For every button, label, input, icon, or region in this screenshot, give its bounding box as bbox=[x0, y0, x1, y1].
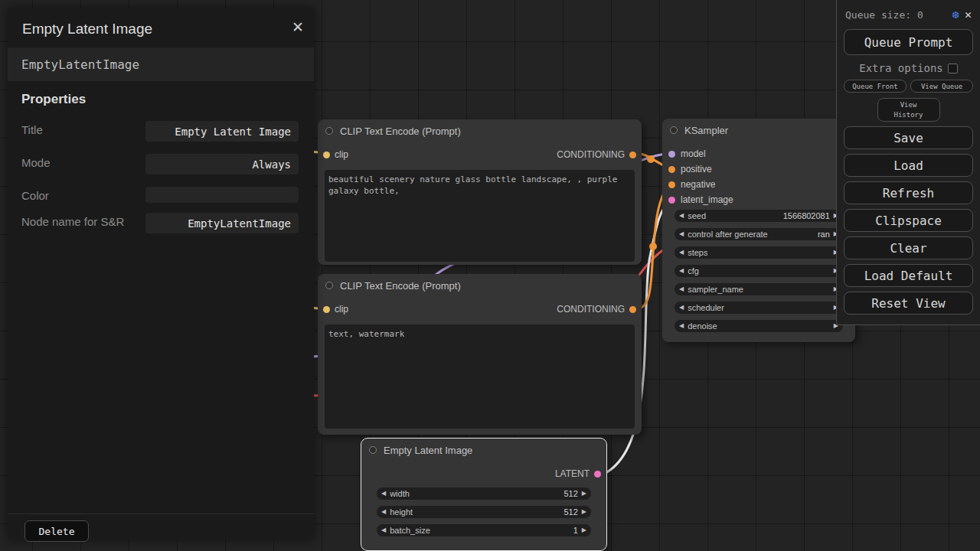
widget-denoise[interactable]: denoise bbox=[675, 320, 843, 332]
widget-label: width bbox=[390, 489, 410, 498]
output-port-conditioning-icon[interactable] bbox=[629, 306, 636, 313]
load-default-button[interactable]: Load Default bbox=[844, 264, 973, 287]
save-button[interactable]: Save bbox=[844, 126, 973, 149]
widget-sampler-name[interactable]: sampler_name bbox=[675, 283, 843, 295]
widget-label: cfg bbox=[688, 266, 699, 276]
decrement-arrow-icon[interactable] bbox=[679, 268, 684, 274]
node-title: Empty Latent Image bbox=[384, 445, 472, 456]
queue-prompt-button[interactable]: Queue Prompt bbox=[844, 29, 973, 55]
widget-batch-size[interactable]: batch_size 1 bbox=[377, 524, 591, 536]
decrement-arrow-icon[interactable] bbox=[679, 231, 684, 237]
collapse-dot-icon[interactable] bbox=[670, 126, 678, 134]
view-history-button[interactable]: View History bbox=[877, 98, 940, 122]
input-slot-clip[interactable]: clip bbox=[323, 304, 348, 315]
input-port-clip-icon[interactable] bbox=[323, 152, 330, 158]
increment-arrow-icon[interactable] bbox=[582, 509, 586, 515]
node-ksampler[interactable]: KSampler model positive negative latent_… bbox=[662, 119, 855, 342]
field-label-title: Title bbox=[21, 122, 140, 138]
decrement-arrow-icon[interactable] bbox=[679, 305, 684, 311]
field-input-color[interactable] bbox=[145, 187, 299, 203]
widget-steps[interactable]: steps bbox=[675, 246, 843, 259]
extra-options-checkbox[interactable] bbox=[948, 64, 958, 73]
decrement-arrow-icon[interactable] bbox=[381, 491, 386, 497]
input-slot-latent-image[interactable]: latent_image bbox=[662, 192, 855, 207]
decrement-arrow-icon[interactable] bbox=[679, 213, 684, 219]
view-queue-button[interactable]: View Queue bbox=[910, 80, 973, 93]
widget-scheduler[interactable]: scheduler bbox=[675, 302, 843, 314]
node-title-bar[interactable]: CLIP Text Encode (Prompt) bbox=[318, 119, 642, 142]
clipspace-button[interactable]: Clipspace bbox=[844, 209, 973, 232]
widget-label: steps bbox=[688, 248, 707, 257]
input-port-negative-icon[interactable] bbox=[668, 181, 675, 188]
widget-value: 1 bbox=[573, 526, 578, 535]
output-slot-conditioning[interactable]: CONDITIONING bbox=[557, 149, 636, 160]
close-icon[interactable]: ✕ bbox=[965, 8, 972, 21]
input-label: positive bbox=[681, 164, 712, 174]
input-port-clip-icon[interactable] bbox=[323, 306, 330, 313]
output-slot-latent[interactable]: LATENT bbox=[555, 468, 601, 479]
node-type-label: EmptyLatentImage bbox=[8, 47, 314, 81]
output-label: CONDITIONING bbox=[557, 149, 625, 160]
queue-front-button[interactable]: Queue Front bbox=[844, 80, 906, 93]
widget-label: control after generate bbox=[688, 230, 768, 239]
node-title-bar[interactable]: CLIP Text Encode (Prompt) bbox=[318, 274, 642, 297]
input-port-positive-icon[interactable] bbox=[668, 166, 675, 173]
collapse-dot-icon[interactable] bbox=[369, 446, 377, 454]
widget-cfg[interactable]: cfg bbox=[675, 265, 843, 277]
prompt-text-area[interactable]: text, watermark bbox=[325, 324, 635, 429]
load-button[interactable]: Load bbox=[844, 154, 973, 177]
node-title-bar[interactable]: KSampler bbox=[662, 119, 855, 142]
increment-arrow-icon[interactable] bbox=[582, 527, 586, 533]
input-slot-positive[interactable]: positive bbox=[662, 161, 855, 177]
input-slot-clip[interactable]: clip bbox=[323, 149, 348, 160]
widget-width[interactable]: width 512 bbox=[377, 487, 591, 500]
field-input-title[interactable]: Empty Latent Image bbox=[145, 121, 299, 142]
increment-arrow-icon[interactable] bbox=[582, 491, 586, 497]
collapse-dot-icon[interactable] bbox=[325, 282, 333, 289]
reset-view-button[interactable]: Reset View bbox=[844, 292, 973, 315]
widget-control-after-generate[interactable]: control after generate ran bbox=[675, 228, 843, 240]
decrement-arrow-icon[interactable] bbox=[381, 509, 386, 515]
decrement-arrow-icon[interactable] bbox=[679, 249, 684, 256]
node-empty-latent-image[interactable]: Empty Latent Image LATENT width 512 heig… bbox=[361, 439, 606, 550]
widget-value: ran bbox=[818, 230, 830, 239]
queue-size-label: Queue size: 0 bbox=[845, 9, 947, 21]
output-label: LATENT bbox=[555, 468, 590, 479]
output-port-latent-icon[interactable] bbox=[594, 471, 601, 478]
widget-label: denoise bbox=[688, 321, 717, 331]
output-port-conditioning-icon[interactable] bbox=[629, 152, 636, 158]
node-graph-canvas[interactable]: CLIP Text Encode (Prompt) clip CONDITION… bbox=[0, 0, 980, 551]
field-input-mode[interactable]: Always bbox=[145, 154, 299, 174]
input-slot-negative[interactable]: negative bbox=[662, 177, 855, 192]
node-clip-text-encode-negative[interactable]: CLIP Text Encode (Prompt) clip CONDITION… bbox=[318, 274, 642, 435]
node-title: KSampler bbox=[684, 125, 728, 136]
input-port-model-icon[interactable] bbox=[668, 151, 675, 158]
node-title-bar[interactable]: Empty Latent Image bbox=[361, 439, 606, 461]
close-icon[interactable]: ✕ bbox=[292, 18, 304, 36]
field-label-node-name: Node name for S&R bbox=[21, 214, 140, 230]
field-input-node-name[interactable]: EmptyLatentImage bbox=[145, 213, 299, 233]
input-slot-model[interactable]: model bbox=[662, 146, 855, 161]
widget-height[interactable]: height 512 bbox=[377, 506, 591, 518]
delete-node-button[interactable]: Delete bbox=[24, 520, 89, 542]
decrement-arrow-icon[interactable] bbox=[679, 286, 684, 292]
input-label: clip bbox=[335, 304, 348, 315]
decrement-arrow-icon[interactable] bbox=[381, 527, 386, 533]
comfyui-menu-panel: Queue size: 0 ✕ Queue Prompt Extra optio… bbox=[836, 0, 980, 325]
node-clip-text-encode-positive[interactable]: CLIP Text Encode (Prompt) clip CONDITION… bbox=[318, 119, 642, 265]
settings-snowflake-icon[interactable] bbox=[952, 8, 959, 21]
node-properties-panel: Empty Latent Image ✕ EmptyLatentImage Pr… bbox=[8, 8, 314, 540]
widget-label: height bbox=[390, 507, 413, 517]
node-title: CLIP Text Encode (Prompt) bbox=[340, 280, 461, 292]
divider bbox=[8, 514, 314, 514]
collapse-dot-icon[interactable] bbox=[325, 127, 333, 135]
decrement-arrow-icon[interactable] bbox=[679, 323, 684, 329]
prompt-text-area[interactable]: beautiful scenery nature glass bottle la… bbox=[325, 170, 635, 262]
widget-seed[interactable]: seed 1566802081 bbox=[675, 210, 843, 222]
panel-title: Empty Latent Image bbox=[22, 21, 152, 37]
refresh-button[interactable]: Refresh bbox=[844, 181, 973, 204]
output-slot-conditioning[interactable]: CONDITIONING bbox=[557, 304, 636, 315]
widget-label: sampler_name bbox=[688, 285, 743, 294]
input-port-latent-image-icon[interactable] bbox=[668, 197, 675, 204]
clear-button[interactable]: Clear bbox=[844, 236, 973, 259]
